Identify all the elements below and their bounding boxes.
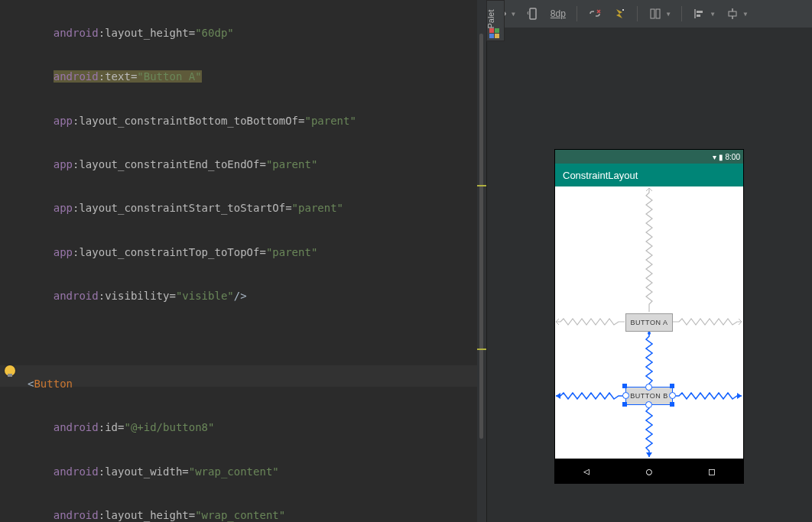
design-canvas[interactable]: ▾ ▮ 8:00 ConstraintLayout BUTTON A BUTTO…: [487, 28, 812, 522]
constraint-spring-icon: [673, 318, 742, 326]
constraint-spring-icon: [645, 332, 653, 385]
dropdown-icon[interactable]: ▼: [512, 11, 515, 18]
svg-rect-6: [697, 15, 700, 17]
constraint-spring-icon: [645, 405, 653, 457]
selection-handle[interactable]: [645, 384, 652, 391]
selection-corner[interactable]: [622, 384, 627, 388]
selection-handle[interactable]: [622, 392, 629, 399]
svg-rect-3: [656, 9, 660, 18]
design-pane: ▼ 8dp ▼ ▼ ▼ ▾ ▮ 8:00 ConstraintLayout BU…: [486, 0, 812, 522]
svg-rect-2: [651, 9, 654, 18]
intention-bulb-icon[interactable]: [5, 365, 15, 376]
selection-corner[interactable]: [670, 402, 674, 407]
selection-corner[interactable]: [670, 384, 674, 388]
device-statusbar: ▾ ▮ 8:00: [555, 150, 743, 164]
selection-handle[interactable]: [645, 401, 652, 408]
nav-recent-icon: □: [709, 465, 715, 477]
constraint-spring-icon: [556, 318, 625, 326]
svg-point-10: [648, 332, 651, 335]
default-margin[interactable]: 8dp: [551, 8, 566, 19]
code-editor[interactable]: android:layout_height="60dp" android:tex…: [0, 0, 486, 522]
device-navbar: ◁ ○ □: [555, 459, 743, 483]
selection-corner[interactable]: [622, 402, 627, 407]
svg-point-1: [622, 9, 624, 11]
svg-rect-5: [697, 11, 703, 13]
device-appbar: ConstraintLayout: [555, 164, 743, 186]
dropdown-icon[interactable]: ▼: [711, 11, 715, 18]
svg-rect-0: [530, 8, 536, 19]
svg-rect-9: [729, 11, 736, 16]
palette-label: Palet: [486, 9, 495, 28]
dropdown-icon[interactable]: ▼: [744, 11, 748, 18]
palette-tab[interactable]: Palet: [486, 0, 505, 41]
selection-handle[interactable]: [669, 392, 676, 399]
clear-constraints-icon[interactable]: [588, 7, 602, 21]
status-time: 8:00: [726, 153, 740, 161]
nav-back-icon: ◁: [583, 465, 590, 477]
guidelines-icon[interactable]: [648, 7, 662, 21]
constraint-spring-icon: [556, 392, 625, 400]
layout-surface[interactable]: BUTTON A BUTTON B: [555, 186, 743, 459]
nav-home-icon: ○: [646, 465, 652, 477]
constraint-spring-icon: [673, 392, 742, 400]
battery-icon: ▮: [719, 153, 723, 161]
infer-constraints-icon[interactable]: [612, 7, 626, 21]
design-toolbar: ▼ 8dp ▼ ▼ ▼: [487, 0, 812, 28]
app-title: ConstraintLayout: [563, 170, 638, 181]
constraint-spring-icon: [645, 188, 653, 312]
wifi-icon: ▾: [713, 153, 716, 161]
device-frame: ▾ ▮ 8:00 ConstraintLayout BUTTON A BUTTO…: [555, 150, 743, 483]
align-icon[interactable]: [693, 7, 706, 21]
orientation-icon[interactable]: [526, 7, 540, 21]
palette-icon: [489, 28, 500, 37]
dropdown-icon[interactable]: ▼: [667, 11, 671, 18]
pack-icon[interactable]: [726, 7, 739, 21]
widget-button-a[interactable]: BUTTON A: [625, 313, 673, 332]
